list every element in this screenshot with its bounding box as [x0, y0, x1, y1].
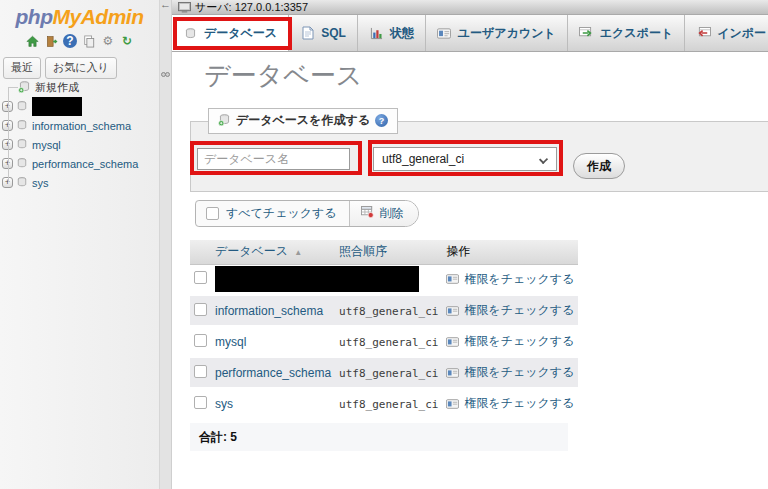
- tab-export[interactable]: エクスポート: [568, 15, 685, 51]
- back-arrow-icon[interactable]: ←: [160, 0, 171, 10]
- database-icon: [16, 138, 28, 152]
- tree-item-database[interactable]: +: [0, 97, 160, 116]
- header-database[interactable]: データベース▲: [211, 240, 335, 264]
- tab-label: エクスポート: [600, 25, 673, 42]
- sidebar-grip-icon[interactable]: [161, 72, 171, 78]
- gear-icon[interactable]: ⚙: [101, 34, 115, 48]
- table-actions-toolbar: すべてチェックする 削除: [195, 200, 419, 227]
- sidebar-resize-strip[interactable]: ←: [160, 0, 172, 489]
- database-name-link[interactable]: sys: [215, 397, 233, 411]
- export-icon: [579, 26, 594, 40]
- database-icon: [16, 176, 28, 190]
- database-name-link[interactable]: mysql: [215, 335, 246, 349]
- check-all-checkbox[interactable]: [206, 207, 219, 220]
- favorites-tab[interactable]: お気に入り: [45, 57, 117, 79]
- tree-item-label[interactable]: mysql: [32, 139, 61, 151]
- chevron-down-icon: [539, 155, 548, 164]
- refresh-icon[interactable]: ↻: [120, 34, 134, 48]
- logo-myadmin: MyAdmin: [52, 5, 143, 28]
- server-icon: [178, 2, 191, 13]
- create-database-fieldset: データベースを作成する ? utf8_general_ci 作成: [190, 121, 768, 192]
- tab-sql[interactable]: SQL: [289, 15, 358, 51]
- tree-connector: [8, 107, 9, 125]
- home-icon[interactable]: [25, 34, 39, 48]
- database-name-input[interactable]: [197, 148, 350, 170]
- main-tab-bar: データベース SQL 状態 ユーザアカウント エクスポート: [172, 15, 768, 52]
- tree-connector: [8, 87, 18, 88]
- collation-value[interactable]: utf8_general_ci: [339, 336, 438, 349]
- check-all-label: すべてチェックする: [226, 205, 337, 222]
- docs-icon[interactable]: [82, 34, 96, 48]
- header-collation[interactable]: 照合順序: [335, 240, 442, 264]
- page-title: データベース: [204, 58, 362, 93]
- tree-item-database[interactable]: + information_schema: [0, 116, 160, 135]
- check-privileges-link[interactable]: 権限をチェックする: [446, 271, 574, 288]
- new-database-icon: [18, 80, 31, 95]
- sort-asc-icon: ▲: [294, 248, 302, 257]
- check-all-control[interactable]: すべてチェックする: [196, 201, 349, 226]
- create-database-button[interactable]: 作成: [573, 153, 625, 179]
- tree-connector: [8, 126, 9, 144]
- redacted-database-row: [215, 266, 419, 292]
- privileges-icon: [446, 368, 459, 378]
- database-tree: 新規作成 + + information_schema: [0, 78, 160, 192]
- tree-item-database[interactable]: + mysql: [0, 135, 160, 154]
- server-label[interactable]: サーバ: 127.0.0.1:3357: [195, 0, 308, 15]
- tab-user-accounts[interactable]: ユーザアカウント: [426, 15, 568, 51]
- recent-tab[interactable]: 最近: [3, 57, 41, 79]
- privileges-icon: [446, 399, 459, 409]
- privileges-icon: [446, 274, 459, 284]
- check-privileges-link[interactable]: 権限をチェックする: [446, 333, 574, 350]
- check-privileges-link[interactable]: 権限をチェックする: [446, 302, 574, 319]
- privileges-icon: [446, 337, 459, 347]
- tree-item-label[interactable]: information_schema: [32, 120, 131, 132]
- row-checkbox[interactable]: [194, 365, 207, 378]
- database-name-link[interactable]: performance_schema: [215, 366, 331, 380]
- create-database-legend: データベースを作成する ?: [208, 108, 398, 134]
- navigation-sidebar: phpMyAdmin ? ⚙ ↻ 最近 お気に入り: [0, 0, 160, 489]
- row-checkbox[interactable]: [194, 271, 207, 284]
- sql-file-icon: [300, 26, 315, 40]
- collation-value[interactable]: utf8_general_ci: [339, 398, 438, 411]
- tab-label: ユーザアカウント: [458, 25, 556, 42]
- tab-import[interactable]: インポート: [685, 15, 768, 51]
- database-icon: [183, 26, 198, 40]
- phpmyadmin-logo[interactable]: phpMyAdmin: [0, 0, 159, 29]
- exit-icon[interactable]: [44, 34, 58, 48]
- tab-databases[interactable]: データベース: [172, 15, 289, 51]
- tree-item-label[interactable]: sys: [32, 177, 49, 189]
- help-icon[interactable]: ?: [63, 34, 77, 48]
- database-icon: [16, 100, 28, 114]
- tree-item-database[interactable]: + performance_schema: [0, 154, 160, 173]
- check-privileges-link[interactable]: 権限をチェックする: [446, 364, 574, 381]
- tab-label: 状態: [390, 25, 414, 42]
- row-checkbox[interactable]: [194, 334, 207, 347]
- collation-select[interactable]: utf8_general_ci: [373, 147, 557, 171]
- table-row: mysql utf8_general_ci 権限をチェックする: [190, 326, 578, 357]
- tree-connector: [8, 88, 9, 106]
- tree-item-database[interactable]: + sys: [0, 173, 160, 192]
- collation-selected-value: utf8_general_ci: [382, 152, 464, 166]
- phpmyadmin-window: phpMyAdmin ? ⚙ ↻ 最近 お気に入り: [0, 0, 768, 489]
- collation-value[interactable]: utf8_general_ci: [339, 367, 438, 380]
- row-checkbox[interactable]: [194, 396, 207, 409]
- tree-connector: [8, 145, 9, 163]
- status-chart-icon: [369, 26, 384, 40]
- help-icon[interactable]: ?: [375, 114, 388, 127]
- table-row: 権限をチェックする: [190, 264, 578, 295]
- row-checkbox[interactable]: [194, 303, 207, 316]
- import-icon: [696, 26, 711, 40]
- database-icon: [16, 157, 28, 171]
- delete-label: 削除: [380, 205, 404, 222]
- database-name-link[interactable]: information_schema: [215, 304, 323, 318]
- server-breadcrumb-bar: サーバ: 127.0.0.1:3357: [172, 0, 768, 15]
- tree-item-new-database[interactable]: 新規作成: [0, 78, 160, 97]
- tab-status[interactable]: 状態: [358, 15, 426, 51]
- redacted-database-name: [32, 97, 82, 116]
- delete-button[interactable]: 削除: [349, 201, 418, 226]
- check-privileges-link[interactable]: 権限をチェックする: [446, 395, 574, 412]
- collation-value[interactable]: utf8_general_ci: [339, 305, 438, 318]
- legend-text: データベースを作成する: [236, 112, 370, 129]
- header-operations: 操作: [442, 240, 578, 264]
- tree-item-label[interactable]: performance_schema: [32, 158, 138, 170]
